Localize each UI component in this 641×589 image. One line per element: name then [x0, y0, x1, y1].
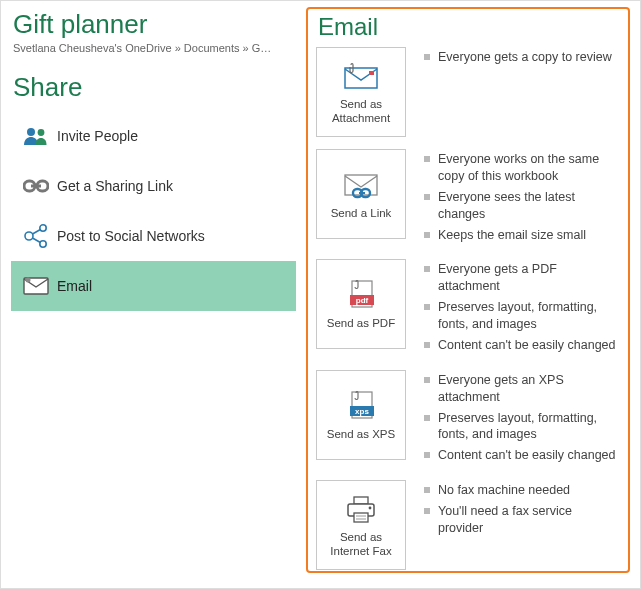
panel-title: Email: [318, 13, 620, 41]
pdf-file-icon: pdf: [343, 277, 379, 315]
fax-printer-icon: [343, 491, 379, 529]
svg-text:xps: xps: [355, 407, 369, 416]
option-description: Everyone gets a PDF attachment Preserves…: [424, 259, 620, 357]
svg-rect-17: [359, 192, 365, 194]
link-icon: [23, 179, 57, 193]
share-item-label: Post to Social Networks: [57, 228, 205, 244]
share-item-label: Email: [57, 278, 92, 294]
tile-label: Send as PDF: [327, 317, 395, 331]
bullet-text: Everyone gets a copy to review: [424, 49, 620, 66]
bullet-text: Everyone gets an XPS attachment: [424, 372, 620, 406]
tile-label: Send a Link: [331, 207, 392, 221]
tile-label: Send as XPS: [327, 428, 395, 442]
svg-rect-13: [369, 71, 374, 75]
send-as-internet-fax-button[interactable]: Send as Internet Fax: [316, 480, 406, 570]
breadcrumb: Svetlana Cheusheva's OneDrive » Document…: [13, 42, 273, 54]
bullet-text: Preserves layout, formatting, fonts, and…: [424, 410, 620, 444]
svg-point-0: [27, 128, 35, 136]
svg-point-26: [369, 507, 372, 510]
option-description: No fax machine needed You'll need a fax …: [424, 480, 620, 541]
share-item-invite-people[interactable]: Invite People: [11, 111, 296, 161]
svg-rect-27: [354, 513, 368, 522]
option-description: Everyone gets a copy to review: [424, 47, 620, 70]
share-network-icon: [23, 224, 57, 248]
bullet-text: Content can't be easily changed: [424, 337, 620, 354]
bullet-text: Everyone works on the same copy of this …: [424, 151, 620, 185]
option-description: Everyone gets an XPS attachment Preserve…: [424, 370, 620, 468]
envelope-attachment-icon: [341, 58, 381, 96]
share-heading: Share: [13, 72, 296, 103]
svg-point-8: [40, 225, 46, 231]
envelope-link-icon: [341, 167, 381, 205]
send-as-xps-button[interactable]: xps Send as XPS: [316, 370, 406, 460]
tile-label: Send as Internet Fax: [321, 531, 401, 559]
svg-rect-24: [354, 497, 368, 504]
bullet-text: Keeps the email size small: [424, 227, 620, 244]
people-icon: [23, 126, 57, 146]
xps-file-icon: xps: [343, 388, 379, 426]
bullet-text: Everyone gets a PDF attachment: [424, 261, 620, 295]
share-item-social-networks[interactable]: Post to Social Networks: [11, 211, 296, 261]
bullet-text: Content can't be easily changed: [424, 447, 620, 464]
svg-point-1: [38, 129, 45, 136]
svg-point-7: [25, 232, 33, 240]
share-item-sharing-link[interactable]: Get a Sharing Link: [11, 161, 296, 211]
option-description: Everyone works on the same copy of this …: [424, 149, 620, 247]
send-as-pdf-button[interactable]: pdf Send as PDF: [316, 259, 406, 349]
share-item-label: Get a Sharing Link: [57, 178, 173, 194]
bullet-text: Everyone sees the latest changes: [424, 189, 620, 223]
share-item-label: Invite People: [57, 128, 138, 144]
svg-point-9: [40, 241, 46, 247]
svg-rect-4: [31, 185, 41, 188]
svg-point-11: [26, 278, 31, 283]
email-options-panel: Email Send as Attachment: [306, 7, 630, 573]
send-a-link-button[interactable]: Send a Link: [316, 149, 406, 239]
document-title: Gift planner: [13, 9, 296, 40]
svg-text:pdf: pdf: [356, 296, 369, 305]
tile-label: Send as Attachment: [321, 98, 401, 126]
send-as-attachment-button[interactable]: Send as Attachment: [316, 47, 406, 137]
bullet-text: No fax machine needed: [424, 482, 620, 499]
email-icon: [23, 277, 57, 295]
bullet-text: Preserves layout, formatting, fonts, and…: [424, 299, 620, 333]
bullet-text: You'll need a fax service provider: [424, 503, 620, 537]
share-item-email[interactable]: Email: [11, 261, 296, 311]
